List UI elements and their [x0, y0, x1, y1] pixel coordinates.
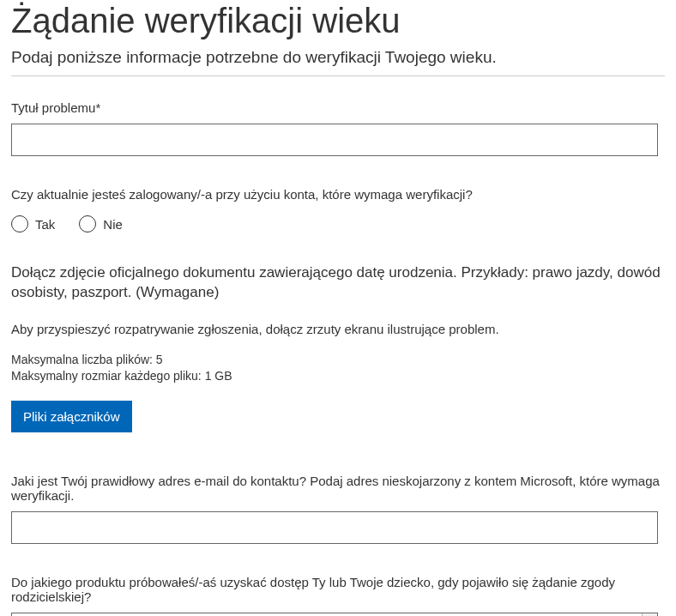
- logged-in-radio-group: Tak Nie: [11, 215, 665, 233]
- logged-in-label: Czy aktualnie jesteś zalogowany/-a przy …: [11, 187, 665, 202]
- radio-no[interactable]: Nie: [79, 215, 123, 233]
- radio-yes[interactable]: Tak: [11, 215, 55, 233]
- radio-no-label: Nie: [103, 217, 123, 232]
- radio-circle-icon: [11, 215, 28, 233]
- product-select[interactable]: [11, 613, 658, 616]
- max-size-text: Maksymalny rozmiar każdego pliku: 1 GB: [11, 368, 665, 385]
- radio-circle-icon: [79, 215, 96, 233]
- file-info: Maksymalna liczba plików: 5 Maksymalny r…: [11, 352, 665, 385]
- attach-files-button[interactable]: Pliki załączników: [11, 401, 132, 432]
- attachment-helper: Aby przyspieszyć rozpatrywanie zgłoszeni…: [11, 322, 665, 336]
- email-label: Jaki jest Twój prawidłowy adres e-mail d…: [11, 474, 665, 503]
- max-files-text: Maksymalna liczba plików: 5: [11, 352, 665, 369]
- radio-yes-label: Tak: [35, 217, 55, 232]
- page-title: Żądanie weryfikacji wieku: [11, 0, 665, 41]
- problem-title-input[interactable]: [11, 124, 658, 156]
- email-input[interactable]: [11, 511, 658, 544]
- page-subtitle: Podaj poniższe informacje potrzebne do w…: [11, 48, 665, 76]
- attachment-heading: Dołącz zdjęcie oficjalnego dokumentu zaw…: [11, 263, 665, 303]
- product-label: Do jakiego produktu próbowałeś/-aś uzysk…: [11, 575, 665, 604]
- problem-title-label: Tytuł problemu*: [11, 100, 665, 115]
